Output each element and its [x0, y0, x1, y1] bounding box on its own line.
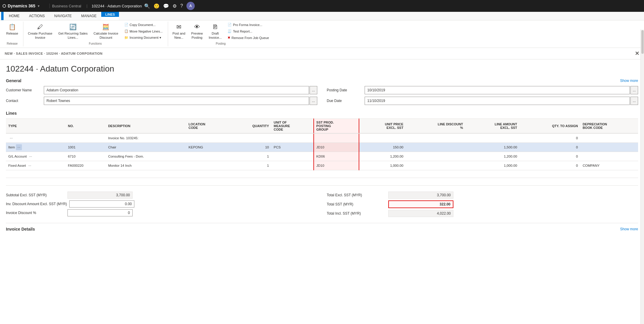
cell-dep-book — [580, 142, 638, 152]
smiley-icon[interactable]: 🙂 — [154, 3, 160, 9]
due-date-label: Due Date — [327, 99, 362, 103]
release-button[interactable]: 📋 Release — [4, 22, 21, 37]
invoice-details-header: Invoice Details Show more — [6, 227, 638, 231]
calculate-icon: 🧮 — [102, 23, 110, 31]
cell-sst-group: KD06 — [314, 152, 359, 161]
due-date-btn[interactable]: … — [630, 97, 638, 105]
draft-icon: 🖹 — [212, 23, 218, 31]
row-menu-btn[interactable]: ··· — [16, 144, 22, 150]
general-form: Customer Name … Posting Date … Contact — [6, 86, 638, 105]
settings-icon[interactable]: ⚙ — [173, 3, 177, 9]
scroll-thumb[interactable] — [641, 30, 644, 54]
lines-section-header: Lines — [6, 111, 638, 116]
tab-home[interactable]: HOME — [4, 12, 24, 20]
tab-line[interactable]: Lines LINE — [101, 12, 119, 20]
posting-date-input[interactable] — [365, 86, 630, 94]
top-nav-bar: ⬡ Dynamics 365 ▼ Business Central | 1022… — [0, 0, 644, 12]
pro-forma-button[interactable]: 📄 Pro Forma Invoice... — [225, 22, 272, 28]
invoice-details-title: Invoice Details — [6, 227, 35, 231]
cell-description: Consulting Fees - Dom. — [106, 152, 186, 161]
table-row: Fixed Asset ··· FA000220 Monitor 14 Inch… — [6, 161, 638, 170]
draft-invoice-button[interactable]: 🖹 DraftInvoice... — [206, 22, 224, 41]
cell-line-amount: 1,000.00 — [466, 161, 520, 170]
remove-job-queue-button[interactable]: ✖ Remove From Job Queue — [225, 35, 272, 41]
cell-description: Invoice No. 103245: — [106, 133, 186, 143]
tab-navigate[interactable]: NAVIGATE — [49, 12, 76, 20]
copy-document-button[interactable]: 📄 Copy Document... — [122, 22, 165, 28]
cell-type: G/L Account ··· — [6, 152, 65, 161]
create-purchase-invoice-button[interactable]: 🖊 Create PurchaseInvoice — [25, 22, 55, 41]
invoice-details-show-more[interactable]: Show more — [620, 227, 638, 231]
test-report-button[interactable]: 🧾 Test Report... — [225, 28, 272, 34]
contact-btn[interactable]: … — [310, 97, 317, 105]
app-brand[interactable]: ⬡ Dynamics 365 ▼ — [2, 4, 50, 8]
customer-name-input[interactable] — [44, 86, 309, 94]
search-icon[interactable]: 🔍 — [144, 3, 150, 9]
help-icon[interactable]: ? — [180, 3, 183, 9]
post-and-new-button[interactable]: ✉ Post andNew... — [170, 22, 188, 41]
cell-location — [186, 133, 229, 143]
cell-dep-book — [580, 133, 638, 143]
general-show-more[interactable]: Show more — [620, 79, 638, 83]
remove-job-label: Remove From Job Queue — [231, 36, 269, 40]
close-button[interactable]: ✕ — [635, 50, 640, 57]
move-negative-lines-button[interactable]: 📋 Move Negative Lines... — [122, 28, 165, 34]
functions-group-label: Functions — [89, 42, 102, 45]
chat-icon[interactable]: 💬 — [163, 3, 169, 9]
table-row: ··· Invoice No. 103245: 0 — [6, 133, 638, 143]
pro-forma-icon: 📄 — [228, 23, 232, 27]
row-menu-btn[interactable]: ··· — [8, 135, 14, 141]
empty-cell — [6, 170, 638, 178]
user-avatar[interactable]: A — [186, 2, 195, 10]
inv-discount-value[interactable]: 0.00 — [69, 200, 134, 208]
page-container: NEW · SALES INVOICE · 102244 · ADATUM CO… — [0, 48, 644, 324]
row-menu-btn[interactable]: ··· — [28, 153, 33, 159]
col-header-unit-price: UNIT PRICEEXCL. SST — [359, 119, 406, 133]
preview-posting-button[interactable]: 👁 PreviewPosting — [189, 22, 205, 41]
cell-line-discount — [406, 152, 466, 161]
cell-no: FA000220 — [65, 161, 106, 170]
cell-location — [186, 161, 229, 170]
tab-manage[interactable]: MANAGE — [76, 12, 101, 20]
test-report-icon: 🧾 — [228, 29, 232, 33]
col-header-line-amount: LINE AMOUNTEXCL. SST — [466, 119, 520, 133]
cell-line-amount — [466, 133, 520, 143]
release-group-label: Release — [7, 42, 18, 45]
invoice-discount-pct-value[interactable]: 0 — [67, 209, 133, 216]
page-body: 102244 · Adatum Corporation General Show… — [0, 59, 644, 239]
invoice-discount-pct-label: Invoice Discount % — [6, 211, 65, 215]
cell-type: Fixed Asset ··· — [6, 161, 65, 170]
table-row-empty — [6, 170, 638, 178]
due-date-input[interactable] — [365, 97, 630, 105]
cell-line-discount — [406, 133, 466, 143]
remove-job-icon: ✖ — [228, 36, 230, 40]
cell-uom — [271, 133, 314, 143]
posting-date-input-wrapper: … — [365, 86, 638, 94]
due-date-input-wrapper: … — [365, 97, 638, 105]
get-recurring-sales-button[interactable]: 🔄 Get Recurring SalesLines... — [56, 22, 90, 41]
customer-name-lookup-btn[interactable]: … — [310, 86, 317, 94]
cell-line-amount: 1,200.00 — [466, 152, 520, 161]
calculate-invoice-discount-button[interactable]: 🧮 Calculate InvoiceDiscount — [91, 22, 121, 41]
empty-cell — [6, 178, 638, 185]
row-menu-btn[interactable]: ··· — [27, 163, 33, 169]
scrollbar[interactable] — [640, 30, 644, 324]
table-row[interactable]: Item ··· 1001 Chair KEPONG 10 PCS JD10 1… — [6, 142, 638, 152]
general-section-header: General Show more — [6, 78, 638, 83]
ribbon-group-release-buttons: 📋 Release — [4, 22, 21, 41]
totals-left: Subtotal Excl. SST (MYR) 3,700.00 Inv. D… — [6, 192, 317, 217]
tab-actions[interactable]: ACTIONS — [24, 12, 49, 20]
cell-dep-book: COMPANY — [580, 161, 638, 170]
contact-row: Contact … — [6, 97, 317, 105]
functions-small-buttons: 📄 Copy Document... 📋 Move Negative Lines… — [122, 22, 165, 41]
contact-input[interactable] — [44, 97, 309, 105]
cell-no — [65, 133, 106, 143]
brand-logo: ⬡ — [2, 4, 6, 8]
customer-name-input-wrapper: … — [44, 86, 317, 94]
posting-date-btn[interactable]: … — [630, 86, 638, 94]
incoming-document-button[interactable]: 📁 Incoming Document ▾ — [122, 35, 165, 41]
ribbon-content: 📋 Release Release 🖊 Create PurchaseInvoi… — [0, 20, 644, 48]
cell-type: Item ··· — [6, 142, 65, 152]
total-excl-label: Total Excl. SST (MYR) — [327, 193, 386, 197]
col-header-qty-to-assign: QTY. TO ASSIGN — [519, 119, 580, 133]
